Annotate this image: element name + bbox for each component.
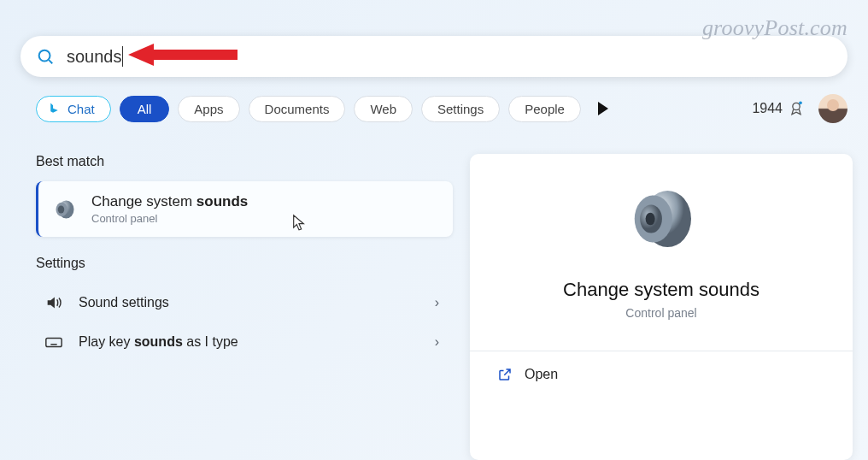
filter-row: Chat All Apps Documents Web Settings Peo… [36, 94, 847, 123]
user-avatar[interactable] [818, 94, 847, 123]
speaker-icon [52, 197, 78, 222]
search-input-value[interactable]: sounds [67, 47, 122, 67]
rewards-badge-icon [788, 100, 805, 117]
web-pill[interactable]: Web [354, 96, 413, 122]
open-action[interactable]: Open [494, 351, 829, 398]
svg-rect-8 [46, 338, 62, 346]
svg-marker-2 [128, 44, 238, 66]
documents-pill[interactable]: Documents [249, 96, 346, 122]
settings-section-label: Settings [36, 256, 453, 271]
speaker-large-icon [622, 180, 701, 258]
results-pane: Best match Change system sounds Control … [36, 154, 453, 362]
svg-point-17 [646, 213, 655, 226]
result-row-sound-settings[interactable]: Sound settings › [36, 283, 453, 322]
bing-icon [47, 102, 62, 116]
apps-pill[interactable]: Apps [178, 96, 239, 122]
best-match-label: Best match [36, 154, 453, 169]
svg-point-0 [39, 50, 50, 62]
chat-label: Chat [67, 102, 95, 116]
chevron-right-icon: › [435, 334, 439, 350]
chevron-right-icon: › [435, 295, 439, 310]
search-icon [36, 47, 55, 66]
all-pill[interactable]: All [120, 96, 170, 122]
header-right-cluster: 1944 [752, 94, 847, 123]
open-label: Open [525, 367, 558, 382]
arrow-annotation [128, 41, 239, 68]
text-caret [122, 46, 124, 67]
mouse-cursor-icon [291, 214, 307, 233]
more-filters-arrow-icon[interactable] [598, 102, 608, 115]
detail-title: Change system sounds [494, 279, 829, 301]
people-pill[interactable]: People [508, 96, 581, 122]
svg-line-1 [49, 60, 52, 63]
svg-point-3 [793, 103, 800, 109]
svg-point-4 [799, 102, 802, 105]
volume-icon [44, 293, 63, 312]
svg-point-7 [58, 205, 65, 213]
result-row-play-key-sounds[interactable]: Play key sounds as I type › [36, 322, 453, 362]
best-match-card[interactable]: Change system sounds Control panel [36, 181, 453, 237]
open-external-icon [497, 367, 513, 382]
chat-pill[interactable]: Chat [36, 96, 111, 122]
rewards-points[interactable]: 1944 [752, 100, 805, 117]
keyboard-icon [44, 333, 63, 351]
detail-pane: Change system sounds Control panel Open [470, 154, 853, 460]
settings-pill[interactable]: Settings [421, 96, 500, 122]
detail-subtitle: Control panel [494, 306, 829, 320]
watermark-text: groovyPost.com [702, 15, 847, 41]
best-match-text: Change system sounds Control panel [91, 193, 248, 225]
